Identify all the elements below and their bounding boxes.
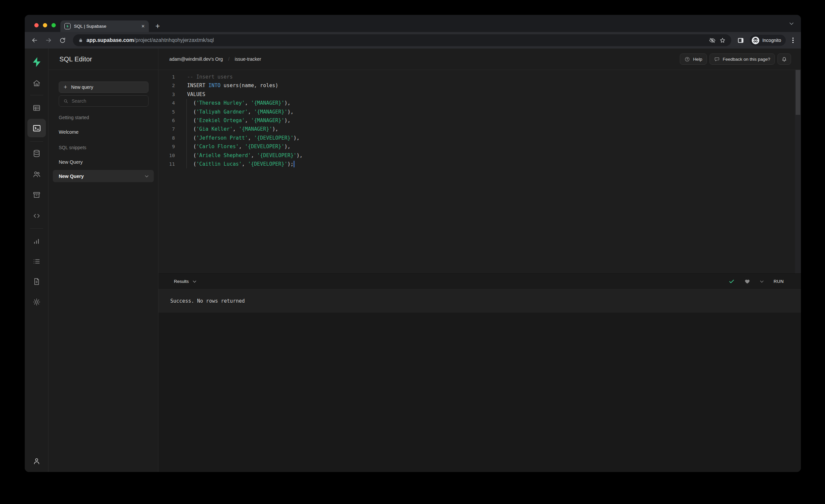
tab-search-chevron-icon[interactable]	[790, 22, 794, 25]
page-title: SQL Editor	[59, 56, 92, 63]
database-icon[interactable]	[30, 147, 43, 160]
editor-scrollbar-thumb[interactable]	[796, 70, 800, 115]
line-number: 7	[158, 125, 175, 133]
code-text: ('Taliyah Gardner', '{MANAGER}'),	[175, 107, 293, 116]
search-icon	[63, 99, 68, 103]
help-button[interactable]: Help	[680, 54, 707, 65]
window-controls	[34, 23, 56, 27]
code-line[interactable]: 8 ('Jefferson Pratt', '{DEVELOPER}'),	[158, 134, 801, 142]
snippet-item[interactable]: New Query	[49, 157, 158, 167]
chevron-down-icon	[193, 280, 196, 283]
reload-button[interactable]	[58, 35, 67, 45]
window-close-button[interactable]	[34, 23, 39, 27]
bell-icon	[781, 56, 788, 62]
line-number: 3	[158, 90, 175, 99]
code-text: ('Carlo Flores', '{DEVELOPER}'),	[175, 142, 290, 151]
breadcrumb-org[interactable]: adam@windmill.dev's Org	[169, 57, 223, 62]
main-header: adam@windmill.dev's Org / issue-tracker …	[158, 49, 801, 70]
notifications-button[interactable]	[777, 54, 791, 65]
main-area: adam@windmill.dev's Org / issue-tracker …	[158, 49, 801, 472]
indent-guide	[186, 99, 187, 168]
code-line[interactable]: 10 ('Arielle Shepherd', '{DEVELOPER}'),	[158, 151, 801, 160]
plus-icon: +	[64, 84, 67, 91]
code-text: ('Jefferson Pratt', '{DEVELOPER}'),	[175, 134, 300, 142]
line-number: 9	[158, 142, 175, 151]
nav-rail	[25, 49, 49, 472]
bookmark-star-icon[interactable]	[719, 37, 726, 44]
code-line[interactable]: 9 ('Carlo Flores', '{DEVELOPER}'),	[158, 142, 801, 151]
section-label: Getting started	[49, 115, 158, 122]
authentication-icon[interactable]	[30, 168, 43, 181]
snippet-item[interactable]: New Query	[53, 170, 154, 182]
storage-icon[interactable]	[30, 189, 43, 202]
home-icon[interactable]	[30, 77, 43, 90]
window-minimize-button[interactable]	[43, 23, 47, 27]
panel-section: SQL snippetsNew QueryNew Query	[49, 145, 158, 182]
tab-close-icon[interactable]: ✕	[141, 24, 145, 29]
window-zoom-button[interactable]	[52, 23, 56, 27]
code-text: ('Ezekiel Ortega', '{MANAGER}'),	[175, 116, 290, 125]
eye-off-icon[interactable]	[709, 37, 716, 44]
supabase-logo-icon[interactable]	[30, 56, 43, 69]
table-editor-icon[interactable]	[30, 101, 43, 115]
results-dropdown[interactable]: Results	[174, 279, 729, 284]
line-number: 1	[158, 73, 175, 81]
snippet-item-label: New Query	[59, 159, 83, 165]
code-line[interactable]: 4 ('Theresa Hurley', '{MANAGER}'),	[158, 99, 801, 107]
results-empty-area	[158, 312, 801, 472]
code-line[interactable]: 2INSERT INTO users(name, roles)	[158, 81, 801, 90]
address-bar[interactable]: app.supabase.com/project/azahtnhqohyjerz…	[73, 34, 731, 46]
account-icon[interactable]	[30, 454, 43, 468]
settings-gear-icon[interactable]	[30, 295, 43, 309]
lock-icon[interactable]	[78, 38, 83, 43]
line-number: 10	[158, 151, 175, 160]
chevron-down-icon[interactable]	[145, 175, 149, 177]
back-button[interactable]	[30, 35, 39, 45]
code-line[interactable]: 5 ('Taliyah Gardner', '{MANAGER}'),	[158, 107, 801, 116]
api-docs-icon[interactable]	[30, 275, 43, 288]
code-text: -- Insert users	[175, 73, 233, 81]
code-line[interactable]: 7 ('Gia Keller', '{MANAGER}'),	[158, 125, 801, 133]
code-line[interactable]: 11 ('Caitlin Lucas', '{DEVELOPER}');	[158, 160, 801, 168]
rail-divider	[30, 228, 43, 229]
new-query-button[interactable]: + New query	[59, 81, 149, 93]
forward-button[interactable]	[44, 35, 53, 45]
code-line[interactable]: 3VALUES	[158, 90, 801, 99]
feedback-button[interactable]: Feedback on this page?	[709, 54, 775, 65]
line-number: 2	[158, 81, 175, 90]
snippet-item-label: Welcome	[59, 129, 79, 135]
reports-icon[interactable]	[30, 234, 43, 247]
browser-tab[interactable]: SQL | Supabase ✕	[60, 20, 149, 32]
breadcrumb: adam@windmill.dev's Org / issue-tracker	[169, 57, 677, 62]
url-text: app.supabase.com/project/azahtnhqohyjerz…	[86, 37, 705, 43]
snippet-item-label: New Query	[59, 173, 145, 179]
run-button[interactable]: RUN	[773, 279, 784, 284]
breadcrumb-project[interactable]: issue-tracker	[235, 57, 261, 62]
editor-lines: 1-- Insert users2INSERT INTO users(name,…	[158, 70, 801, 168]
line-number: 5	[158, 107, 175, 116]
code-text: VALUES	[175, 90, 205, 99]
supabase-favicon-icon	[64, 23, 71, 29]
logs-icon[interactable]	[30, 255, 43, 268]
panel-sections: Getting startedWelcomeSQL snippetsNew Qu…	[49, 115, 158, 182]
side-panel-icon[interactable]	[736, 35, 745, 45]
incognito-icon	[751, 36, 760, 45]
editor-scrollbar-track	[795, 70, 801, 273]
edge-functions-icon[interactable]	[30, 209, 43, 222]
sql-editor-icon[interactable]	[27, 119, 46, 137]
new-tab-button[interactable]: +	[155, 21, 160, 31]
favorite-heart-icon[interactable]	[745, 279, 750, 284]
run-options-chevron-icon[interactable]	[760, 280, 764, 283]
browser-toolbar: app.supabase.com/project/azahtnhqohyjerz…	[25, 32, 801, 49]
browser-menu-icon[interactable]	[791, 38, 796, 43]
snippet-item[interactable]: Welcome	[49, 127, 158, 137]
rail-divider	[30, 95, 43, 95]
code-line[interactable]: 1-- Insert users	[158, 73, 801, 81]
success-check-icon	[729, 279, 735, 285]
code-editor[interactable]: 1-- Insert users2INSERT INTO users(name,…	[158, 70, 801, 273]
code-line[interactable]: 6 ('Ezekiel Ortega', '{MANAGER}'),	[158, 116, 801, 125]
search-input[interactable]	[72, 98, 144, 103]
line-number: 11	[158, 160, 175, 168]
search-box[interactable]	[59, 95, 149, 106]
line-number: 4	[158, 99, 175, 107]
